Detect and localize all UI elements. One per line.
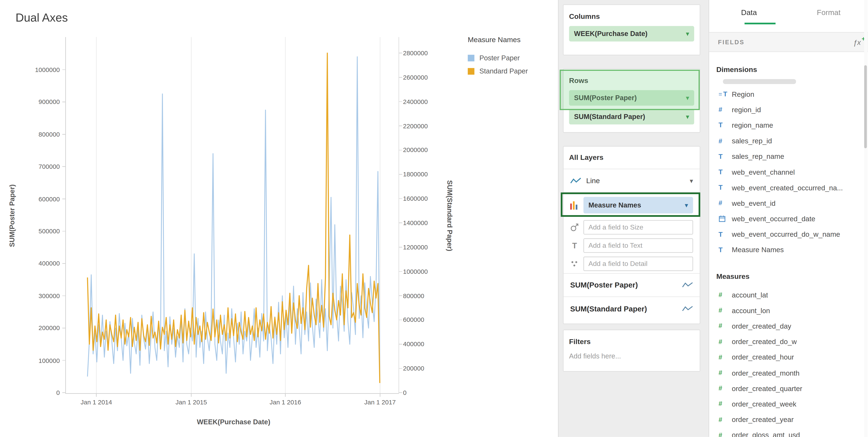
chevron-down-icon[interactable]: ▾ <box>686 30 689 38</box>
pill-label: SUM(Standard Paper) <box>574 113 645 121</box>
chart-region: Dual Axes 010000020000030000040000050000… <box>0 0 558 437</box>
size-target-row <box>563 218 700 236</box>
mark-type-select[interactable]: Line ▾ <box>563 169 700 193</box>
legend-item[interactable]: Standard Paper <box>468 65 556 78</box>
field-row[interactable]: #order_created_quarter <box>715 381 860 396</box>
chevron-down-icon[interactable]: ▾ <box>686 94 689 102</box>
field-row[interactable]: #order_created_week <box>715 396 860 412</box>
detail-target-row <box>563 255 700 274</box>
field-label: order_created_quarter <box>732 384 802 393</box>
partially-visible-field <box>723 79 796 84</box>
hash-icon: # <box>719 291 722 299</box>
filters-placeholder[interactable]: Add fields here... <box>569 352 700 360</box>
x-axis-title: WEEK(Purchase Date) <box>197 418 270 426</box>
field-row[interactable]: #web_event_id <box>715 195 860 211</box>
measure-card-standard-paper[interactable]: SUM(Standard Paper) <box>563 297 700 320</box>
field-row[interactable]: #order_created_hour <box>715 349 860 365</box>
rows-shelf-label: Rows <box>569 75 700 87</box>
dimensions-section-title: Dimensions <box>716 65 757 73</box>
app-root: Dual Axes 010000020000030000040000050000… <box>0 0 868 437</box>
rows-shelf: Rows SUM(Poster Paper) ▾ SUM(Standard Pa… <box>563 69 701 133</box>
field-row[interactable]: #order_created_year <box>715 412 860 428</box>
x-tick-label: Jan 1 2016 <box>260 398 310 406</box>
y-right-tick-label: 2600000 <box>403 73 442 81</box>
field-row[interactable]: Tweb_event_occurred_do_w_name <box>715 227 860 242</box>
field-label: Measure Names <box>732 246 784 254</box>
tab-data[interactable]: Data <box>709 0 789 25</box>
field-label: region_id <box>732 105 761 114</box>
text-icon: T <box>570 241 579 250</box>
field-row[interactable]: TMeasure Names <box>715 242 860 258</box>
calendar-icon <box>719 215 726 222</box>
field-row[interactable]: #order_created_day <box>715 318 860 334</box>
field-label: Region <box>732 90 754 98</box>
field-row[interactable]: Tregion_name <box>715 117 860 133</box>
legend-item[interactable]: Poster Paper <box>468 52 556 65</box>
field-label: sales_rep_id <box>732 137 772 145</box>
measure-card-label: SUM(Poster Paper) <box>570 281 682 289</box>
color-grip-icon[interactable] <box>570 201 578 210</box>
hash-icon: # <box>719 384 722 392</box>
size-field-input[interactable] <box>583 220 693 234</box>
chevron-down-icon[interactable]: ▾ <box>686 113 689 121</box>
field-row[interactable]: #order_created_month <box>715 365 860 381</box>
y-left-tick-label: 200000 <box>21 324 60 332</box>
pill-week-purchase-date[interactable]: WEEK(Purchase Date) ▾ <box>569 26 694 41</box>
y-right-tick-label: 2400000 <box>403 98 442 106</box>
text-type-icon: T <box>723 90 727 98</box>
active-tab-underline <box>744 23 775 24</box>
y-right-tick-label: 600000 <box>403 316 442 324</box>
y-right-tick-label: 1400000 <box>403 219 442 227</box>
mark-type-label: Line <box>586 176 689 184</box>
field-label: order_created_week <box>732 400 796 408</box>
field-row[interactable]: #account_lat <box>715 287 860 303</box>
pill-sum-standard-paper[interactable]: SUM(Standard Paper) ▾ <box>569 109 694 125</box>
field-row[interactable]: Tsales_rep_name <box>715 148 860 164</box>
measures-list: #account_lat#account_lon#order_created_d… <box>715 287 860 437</box>
fields-bar: FIELDS ƒx+ <box>709 32 868 52</box>
pill-sum-poster-paper[interactable]: SUM(Poster Paper) ▾ <box>569 90 694 106</box>
detail-icon <box>570 260 579 268</box>
text-type-icon: T <box>719 168 723 176</box>
measure-card-poster-paper[interactable]: SUM(Poster Paper) <box>563 274 700 297</box>
hash-icon: # <box>719 400 722 408</box>
field-row[interactable]: #sales_rep_id <box>715 133 860 148</box>
field-row[interactable]: =TRegion <box>715 87 860 102</box>
field-row[interactable]: Tweb_event_created_occurred_na... <box>715 180 860 195</box>
y-left-tick-label: 0 <box>21 389 60 397</box>
field-row[interactable]: #order_created_do_w <box>715 334 860 349</box>
chevron-down-icon[interactable]: ▾ <box>690 177 693 184</box>
pill-label: WEEK(Purchase Date) <box>574 30 648 38</box>
field-row[interactable]: #account_lon <box>715 303 860 318</box>
field-label: web_event_created_occurred_na... <box>732 183 843 192</box>
detail-field-input[interactable] <box>583 257 693 271</box>
field-label: web_event_occurred_do_w_name <box>732 230 840 238</box>
scrollbar-thumb[interactable] <box>864 65 867 148</box>
y-left-tick-label: 300000 <box>21 292 60 300</box>
y-left-tick-label: 400000 <box>21 260 60 267</box>
field-row[interactable]: Tweb_event_channel <box>715 164 860 180</box>
chevron-down-icon[interactable]: ▾ <box>685 201 688 209</box>
pill-measure-names[interactable]: Measure Names ▾ <box>583 197 693 213</box>
field-row[interactable]: #region_id <box>715 102 860 117</box>
y-right-axis-title: SUM(Standard Paper) <box>446 180 454 251</box>
columns-shelf-label: Columns <box>569 10 700 23</box>
filters-shelf-label: Filters <box>569 336 700 348</box>
hash-icon: # <box>719 137 722 145</box>
measure-card-label: SUM(Standard Paper) <box>570 304 682 313</box>
measures-section-title: Measures <box>716 272 749 280</box>
create-calculated-field-button[interactable]: ƒx+ <box>853 38 861 46</box>
text-field-input[interactable] <box>583 238 693 253</box>
text-type-icon: T <box>719 121 723 129</box>
field-row[interactable]: #order_gloss_amt_usd <box>715 427 860 437</box>
tab-format[interactable]: Format <box>789 0 868 25</box>
y-left-tick-label: 500000 <box>21 227 60 235</box>
y-right-tick-label: 1200000 <box>403 243 442 251</box>
fields-header-label: FIELDS <box>718 39 853 45</box>
legend-label: Standard Paper <box>479 68 528 75</box>
y-right-tick-label: 1000000 <box>403 268 442 275</box>
field-row[interactable]: web_event_occurred_date <box>715 211 860 227</box>
x-tick-label: Jan 1 2015 <box>166 398 216 406</box>
calculated-field-icon: = <box>719 91 722 97</box>
x-tick-label: Jan 1 2014 <box>71 398 121 406</box>
